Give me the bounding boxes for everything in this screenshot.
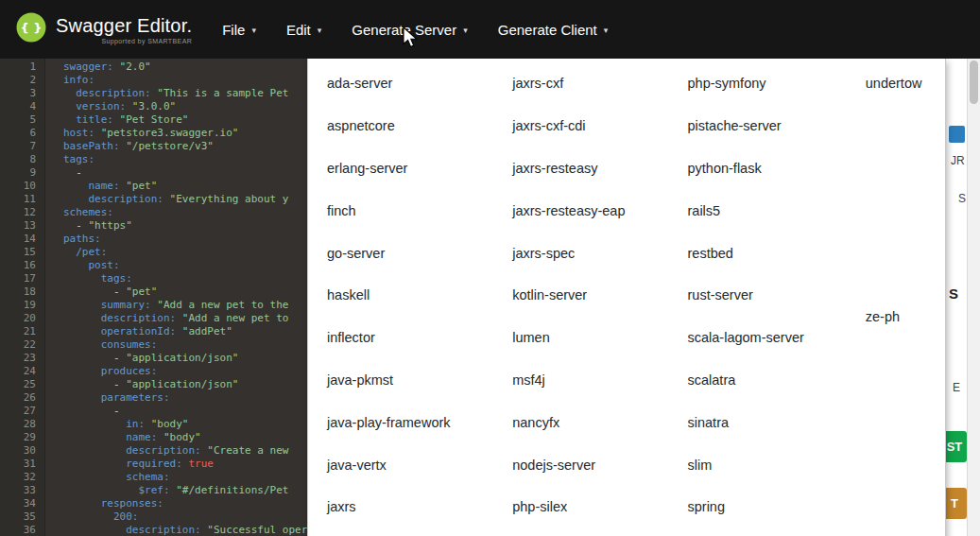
- menu-generate-client[interactable]: Generate Client ▾: [483, 0, 624, 59]
- svg-text:{ }: { }: [20, 21, 42, 35]
- server-option-java-pkmst[interactable]: java-pkmst: [327, 359, 512, 402]
- server-option-sinatra[interactable]: sinatra: [688, 401, 866, 443]
- line-number: 2: [0, 74, 36, 87]
- line-number: 9: [0, 166, 36, 180]
- server-option-restbed[interactable]: restbed: [688, 232, 866, 274]
- swagger-logo-icon: { }: [15, 11, 47, 47]
- code-line: description: "Successful operation": [63, 524, 345, 536]
- line-number: 3: [0, 87, 36, 100]
- server-option-go-server[interactable]: go-server: [327, 232, 512, 274]
- caret-down-icon: ▾: [251, 26, 256, 35]
- line-number: 32: [0, 471, 36, 484]
- server-options-column-3: php-symfonypistache-serverpython-flaskra…: [688, 62, 866, 536]
- server-option-lumen[interactable]: lumen: [512, 317, 687, 359]
- code-line: schemes:: [63, 206, 345, 219]
- preview-scrollbar[interactable]: [967, 59, 980, 536]
- server-option-finch[interactable]: finch: [327, 189, 512, 232]
- server-option-jaxrs-resteasy[interactable]: jaxrs-resteasy: [512, 147, 687, 190]
- server-option-kotlin-server[interactable]: kotlin-server: [512, 274, 687, 317]
- preview-text-fragment: E: [953, 381, 960, 394]
- server-option-php-silex[interactable]: php-silex: [512, 486, 687, 528]
- server-option-jaxrs[interactable]: jaxrs: [327, 486, 512, 528]
- menu-edit[interactable]: Edit ▾: [271, 0, 336, 59]
- line-number: 20: [0, 312, 36, 325]
- server-option-jaxrs-cxf[interactable]: jaxrs-cxf: [512, 62, 687, 105]
- code-line: description: "This is a sample Pet: [63, 87, 345, 100]
- menu-generate-client-label: Generate Client: [498, 22, 597, 38]
- server-option-spring[interactable]: spring: [688, 486, 866, 528]
- menu-file[interactable]: File ▾: [207, 0, 271, 59]
- line-number: 14: [0, 233, 36, 246]
- server-option-inflector[interactable]: inflector: [327, 317, 512, 359]
- server-option-python-flask[interactable]: python-flask: [688, 147, 866, 190]
- server-option-undertow[interactable]: undertow: [866, 62, 945, 105]
- line-number: 19: [0, 299, 36, 312]
- navbar: { } Swagger Editor. Supported by SMARTBE…: [0, 0, 980, 59]
- line-number: 13: [0, 219, 36, 233]
- server-option-haskell[interactable]: haskell: [327, 274, 512, 317]
- line-number: 31: [0, 458, 36, 471]
- line-number: 7: [0, 140, 36, 153]
- code-line: produces:: [63, 365, 345, 378]
- code-line: host: "petstore3.swagger.io": [63, 127, 345, 140]
- server-option-nodejs-server[interactable]: nodejs-server: [512, 443, 687, 486]
- preview-text-fragment: S: [958, 192, 966, 205]
- server-option-php-symfony[interactable]: php-symfony: [688, 62, 866, 105]
- code-line: basePath: "/petstore/v3": [63, 140, 345, 153]
- code-line: parameters:: [63, 391, 345, 405]
- server-option-scala-lagom-server[interactable]: scala-lagom-server: [688, 317, 866, 359]
- line-number: 15: [0, 246, 36, 259]
- server-option-scalatra[interactable]: scalatra: [688, 359, 866, 402]
- code-line: description: "Everything about y: [63, 193, 345, 206]
- code-line: version: "3.0.0": [63, 100, 345, 113]
- code-line: tags:: [63, 272, 345, 285]
- code-line: required: true: [63, 458, 345, 471]
- server-option-erlang-server[interactable]: erlang-server: [327, 147, 512, 190]
- line-number: 18: [0, 285, 36, 299]
- line-number: 33: [0, 484, 36, 497]
- line-number: 6: [0, 127, 36, 140]
- brand: { } Swagger Editor. Supported by SMARTBE…: [15, 11, 192, 47]
- code-line: info:: [63, 74, 345, 87]
- server-option-rust-server[interactable]: rust-server: [688, 274, 866, 317]
- server-option-aspnetcore[interactable]: aspnetcore: [327, 105, 512, 147]
- line-number: 22: [0, 338, 36, 352]
- line-number: 10: [0, 180, 36, 193]
- code-line: in: "body": [63, 418, 345, 431]
- server-option-jaxrs-spec[interactable]: jaxrs-spec: [512, 232, 687, 274]
- code-line: - "application/json": [63, 378, 345, 391]
- line-number: 12: [0, 206, 36, 219]
- line-number: 5: [0, 113, 36, 127]
- code-line: -: [63, 166, 345, 180]
- code-line: title: "Pet Store": [63, 113, 345, 127]
- brand-text: Swagger Editor. Supported by SMARTBEAR: [56, 15, 192, 44]
- server-option-nancyfx[interactable]: nancyfx: [512, 401, 687, 443]
- line-number: 4: [0, 100, 36, 113]
- code-line: responses:: [63, 497, 345, 510]
- code-line: operationId: "addPet": [63, 325, 345, 338]
- server-option-java-vertx[interactable]: java-vertx: [327, 443, 512, 486]
- server-option-java-play-framework[interactable]: java-play-framework: [327, 401, 512, 443]
- server-option-jaxrs-resteasy-eap[interactable]: jaxrs-resteasy-eap: [512, 189, 687, 232]
- server-option-slim[interactable]: slim: [688, 443, 866, 486]
- server-option-rails5[interactable]: rails5: [688, 189, 866, 232]
- line-number: 35: [0, 510, 36, 524]
- line-number: 8: [0, 153, 36, 166]
- server-option-msf4j[interactable]: msf4j: [512, 359, 687, 402]
- server-options-column-4: undertowze-ph: [866, 62, 945, 536]
- caret-down-icon: ▾: [318, 26, 322, 35]
- server-option-jaxrs-cxf-cdi[interactable]: jaxrs-cxf-cdi: [512, 105, 687, 147]
- caret-down-icon: ▾: [604, 26, 609, 35]
- menu-file-label: File: [222, 22, 245, 38]
- line-number: 34: [0, 497, 36, 510]
- line-number: 28: [0, 418, 36, 431]
- code-area[interactable]: swagger: "2.0"info: description: "This i…: [45, 59, 345, 536]
- code-line: name: "body": [63, 431, 345, 444]
- app-title: Swagger Editor.: [56, 15, 192, 37]
- server-option-ada-server[interactable]: ada-server: [327, 62, 512, 105]
- line-number: 27: [0, 405, 36, 418]
- preview-scrollbar-thumb[interactable]: [970, 61, 978, 104]
- preview-text-fragment: JR: [951, 154, 965, 167]
- server-option-pistache-server[interactable]: pistache-server: [688, 105, 866, 147]
- server-option-ze-ph[interactable]: ze-ph: [866, 296, 945, 338]
